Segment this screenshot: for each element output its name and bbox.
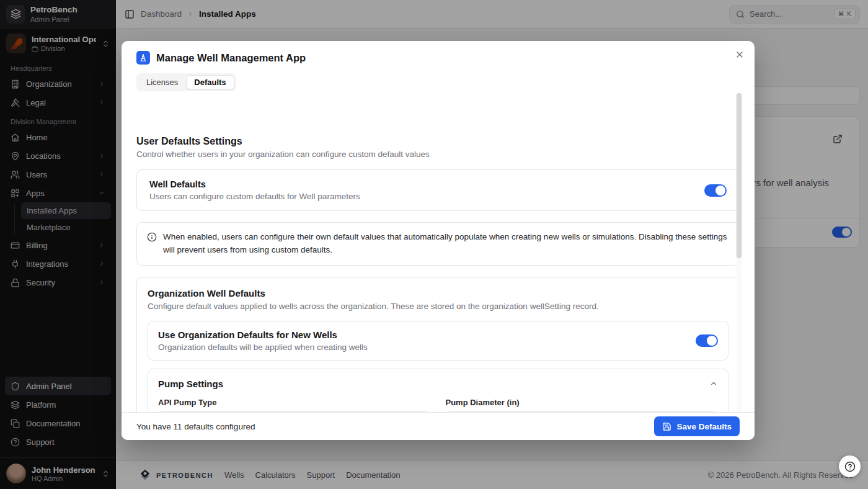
info-icon [147, 232, 157, 242]
pump-settings-title: Pump Settings [158, 379, 709, 389]
field-pump-diameter: Pump Diameter (in) 1-1/2 [446, 398, 719, 412]
manage-app-modal: Manage Well Management App Licenses Defa… [122, 41, 755, 440]
well-defaults-meta: Well Defaults Users can configure custom… [149, 179, 704, 201]
save-defaults-button[interactable]: Save Defaults [654, 416, 740, 436]
use-org-defaults-meta: Use Organization Defaults for New Wells … [158, 330, 696, 352]
chevron-up-icon[interactable] [709, 379, 718, 388]
org-section-desc: Configure default values applied to well… [148, 302, 728, 311]
defaults-count-status: You have 11 defaults configured [136, 422, 255, 431]
close-icon[interactable] [733, 48, 746, 61]
info-box: When enabled, users can configure their … [136, 222, 740, 266]
modal-title: Manage Well Management App [156, 52, 306, 64]
tab-defaults[interactable]: Defaults [186, 75, 234, 89]
well-app-icon [136, 51, 150, 65]
info-text: When enabled, users can configure their … [163, 231, 729, 257]
org-defaults-container: Organization Well Defaults Configure def… [136, 277, 740, 412]
use-org-defaults-desc: Organization defaults will be applied wh… [158, 343, 696, 352]
modal-header: Manage Well Management App [122, 41, 755, 65]
use-org-defaults-toggle[interactable] [696, 334, 718, 347]
well-defaults-desc: Users can configure custom defaults for … [149, 192, 704, 201]
well-defaults-toggle[interactable] [704, 184, 727, 197]
modal-tabs: Licenses Defaults [136, 73, 236, 91]
tab-licenses[interactable]: Licenses [138, 75, 186, 89]
help-fab-button[interactable] [839, 455, 861, 477]
defaults-section-subtitle: Control whether users in your organizati… [136, 150, 740, 159]
modal-scrollbar-track [737, 93, 742, 411]
api-pump-type-label: API Pump Type [158, 398, 431, 407]
modal-body: User Defaults Settings Control whether u… [122, 131, 755, 412]
modal-scrollbar-thumb[interactable] [737, 93, 742, 258]
app-root: PetroBench Admin Panel International Ope… [0, 0, 868, 489]
pump-diameter-label: Pump Diameter (in) [446, 398, 719, 407]
use-org-defaults-title: Use Organization Defaults for New Wells [158, 330, 696, 340]
pump-fields-grid: API Pump Type Not set Pump Diameter (in)… [158, 398, 718, 412]
save-icon [662, 422, 671, 431]
well-defaults-card: Well Defaults Users can configure custom… [136, 169, 740, 211]
defaults-section-title: User Defaults Settings [136, 136, 740, 147]
field-api-pump-type: API Pump Type Not set [158, 398, 431, 412]
modal-footer: You have 11 defaults configured Save Def… [122, 412, 755, 440]
org-section-title: Organization Well Defaults [148, 288, 728, 298]
use-org-defaults-card: Use Organization Defaults for New Wells … [148, 321, 728, 361]
pump-settings-card: Pump Settings API Pump Type Not set [148, 369, 728, 412]
pump-settings-header: Pump Settings [158, 379, 718, 389]
well-defaults-title: Well Defaults [149, 179, 704, 189]
help-circle-icon [844, 461, 856, 472]
